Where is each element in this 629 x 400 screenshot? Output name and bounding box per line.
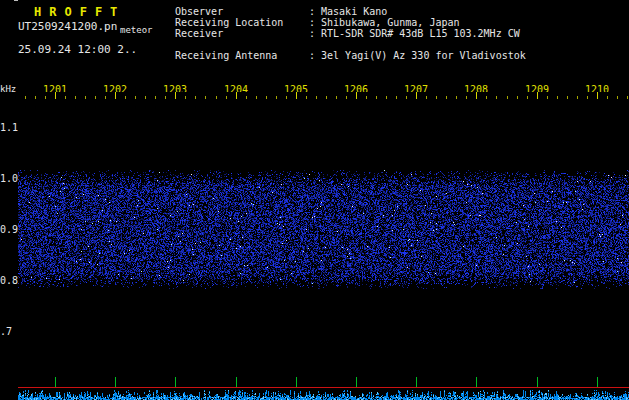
y-tick-label: 0.9	[0, 224, 16, 235]
y-tick-label: 1.0	[0, 173, 16, 184]
output-filename: UT2509241200.pn	[18, 20, 117, 33]
spectrogram-canvas	[18, 92, 629, 375]
y-axis-tick-mark	[14, 0, 18, 1]
hrofft-window: HROFFT UT2509241200.pn meteor 25.09.24 1…	[0, 0, 629, 400]
info-value-receiver: : RTL-SDR SDR# 43dB L15 103.2MHz CW	[309, 28, 520, 39]
y-tick-label: 1.1	[0, 122, 16, 133]
info-value-receiving-antenna: : 3el Yagi(V) Az 330 for Vladivostok	[309, 50, 526, 61]
y-axis-unit-label: kHz	[0, 84, 16, 94]
info-row-receiver: Receiver: RTL-SDR SDR# 43dB L15 103.2MHz…	[175, 28, 520, 39]
y-tick-label: 0.8	[0, 275, 16, 286]
info-label-receiving-location: Receiving Location	[175, 17, 309, 28]
mode-label: meteor	[120, 25, 153, 35]
info-row-observer: Observer: Masaki Kano	[175, 6, 387, 17]
info-label-receiving-antenna: Receiving Antenna	[175, 50, 309, 61]
app-title: HROFFT	[34, 5, 125, 19]
info-label-receiver: Receiver	[175, 28, 309, 39]
signal-strength-strip-canvas	[0, 375, 629, 400]
datetime-label: 25.09.24 12:00 2..	[18, 43, 137, 56]
info-row-receiving-antenna: Receiving Antenna: 3el Yagi(V) Az 330 fo…	[175, 50, 526, 61]
info-value-receiving-location: : Shibukawa, Gunma, Japan	[309, 17, 460, 28]
info-value-observer: : Masaki Kano	[309, 6, 387, 17]
info-row-receiving-location: Receiving Location: Shibukawa, Gunma, Ja…	[175, 17, 460, 28]
info-label-observer: Observer	[175, 6, 309, 17]
y-tick-label: .7	[0, 326, 16, 337]
